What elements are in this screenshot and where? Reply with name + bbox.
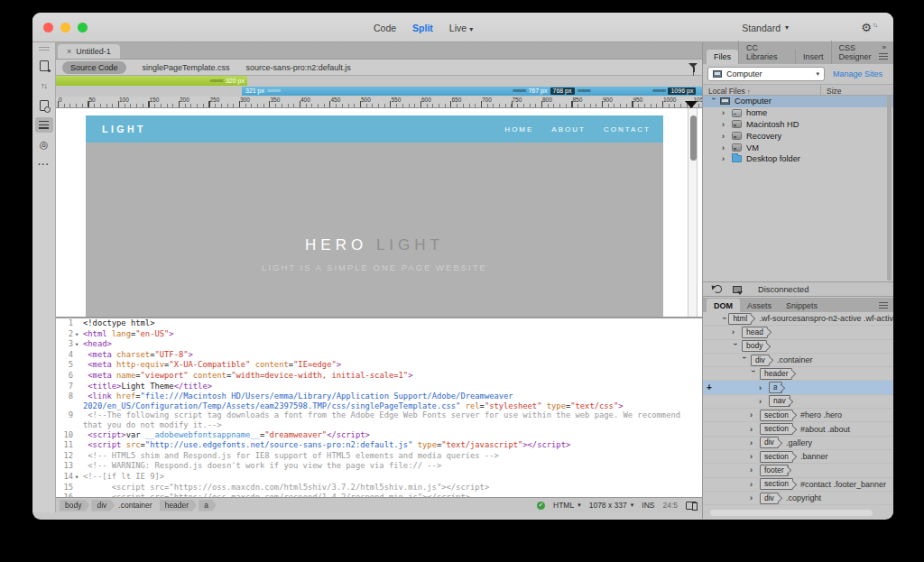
dom-tag-chip[interactable]: body <box>742 340 767 352</box>
expand-arrow-icon[interactable]: › <box>750 411 757 419</box>
close-tab-icon[interactable]: × <box>67 47 71 56</box>
lint-ok-icon[interactable]: ✓ <box>537 502 545 510</box>
collapse-arrow-icon[interactable]: › <box>750 370 757 377</box>
dom-tag-chip[interactable]: nav <box>769 395 790 407</box>
design-nav-contact[interactable]: CONTACT <box>604 125 651 134</box>
code-line[interactable]: 15 <script src="https://oss.maxcdn.com/h… <box>56 483 702 493</box>
site-select[interactable]: Computer ▾ <box>707 67 825 81</box>
dom-tag-chip[interactable]: a <box>769 382 782 393</box>
dom-tag-chip[interactable]: footer <box>760 465 789 476</box>
dom-tree-row-head[interactable]: ›head <box>703 326 893 339</box>
dom-tree-row-div[interactable]: ›div.copyright <box>703 492 893 505</box>
workspace-switcher[interactable]: Standard ▾ <box>742 13 789 42</box>
code-line[interactable]: 12 <!-- HTML5 shim and Respond.js for IE… <box>56 451 702 462</box>
fold-arrow-icon[interactable]: ▾ <box>73 340 80 350</box>
files-scrollbar[interactable] <box>887 96 892 281</box>
panel-tab-cc-libraries[interactable]: CC Libraries <box>738 41 795 64</box>
dom-tree-row-section[interactable]: ›section#hero .hero <box>703 409 893 422</box>
local-files-column-header[interactable]: Local Files ↑ <box>708 87 751 96</box>
media-query-blue-segment[interactable]: 321 px »»»»» ««««« 767 px 768 px »»»»» «… <box>242 87 702 97</box>
dom-tag-chip[interactable]: div <box>751 355 770 366</box>
dom-tag-chip[interactable]: div <box>760 493 779 504</box>
code-line[interactable]: 2▾<html lang="en-US"> <box>56 329 702 340</box>
dom-tree-row-div[interactable]: ›div.container <box>703 354 893 367</box>
file-tree-row-home[interactable]: ›home <box>703 107 893 119</box>
expand-arrow-icon[interactable]: › <box>750 453 757 460</box>
dom-tree-row-footer[interactable]: ›footer <box>703 464 893 477</box>
media-query-green-segment[interactable]: ««««« 320 px <box>56 76 247 86</box>
expand-arrow-icon[interactable]: › <box>722 133 729 140</box>
dom-tree-row-header[interactable]: ›header <box>703 367 893 381</box>
code-line[interactable]: 13 <!-- WARNING: Respond.js doesn't work… <box>56 461 702 472</box>
dom-tag-chip[interactable]: header <box>760 368 792 380</box>
file-tree-row-macintosh-hd[interactable]: ›Macintosh HD <box>703 119 893 131</box>
collapse-arrow-icon[interactable]: › <box>721 317 728 319</box>
format-source-button[interactable] <box>35 117 53 133</box>
refresh-icon[interactable] <box>714 285 722 293</box>
related-file-singlepagetemplate-css[interactable]: singlePageTemplate.css <box>143 63 230 72</box>
size-column-header[interactable]: Size <box>827 87 842 96</box>
code-line[interactable]: 4 <meta charset="UTF-8"> <box>56 350 702 361</box>
design-site-header[interactable]: LIGHT HOMEABOUTCONTACT <box>86 115 663 143</box>
file-tree-row-vm[interactable]: ›VM <box>703 142 893 153</box>
panel-tab-css-designer[interactable]: CSS Designer <box>831 41 893 64</box>
panel-tab-assets[interactable]: Assets <box>740 299 779 312</box>
expand-arrow-icon[interactable]: › <box>750 426 757 433</box>
collapse-arrow-icon[interactable]: › <box>741 356 748 364</box>
expand-arrow-icon[interactable]: › <box>750 494 757 502</box>
expand-arrow-icon[interactable]: › <box>750 466 757 474</box>
filter-funnel-icon[interactable] <box>688 62 698 72</box>
file-tree-row-computer[interactable]: ›Computer <box>703 96 893 107</box>
design-view[interactable]: LIGHT HOMEABOUTCONTACT HERO LIGHT LIGHT … <box>56 108 702 317</box>
toolbar-drag-handle[interactable] <box>39 47 50 51</box>
design-page[interactable]: LIGHT HOMEABOUTCONTACT HERO LIGHT LIGHT … <box>86 115 663 317</box>
dom-tree-row-section[interactable]: ›section#contact .footer_banner <box>703 478 893 492</box>
code-line[interactable]: 9 <!--The following script tag downloads… <box>56 410 702 429</box>
document-tab[interactable]: × Untitled-1 <box>58 44 120 59</box>
manage-sites-link[interactable]: Manage Sites <box>833 69 882 78</box>
panel-tab-snippets[interactable]: Snippets <box>779 299 825 312</box>
design-scrollbar-thumb[interactable] <box>690 115 697 161</box>
panel-menu-icon[interactable] <box>879 302 888 309</box>
dom-tree-row-section[interactable]: ›section#about .about <box>703 422 893 436</box>
expand-arrow-icon[interactable]: › <box>732 328 739 336</box>
code-line[interactable]: 10 <script>var __adobewebfontsappname__=… <box>56 430 702 441</box>
expand-arrow-icon[interactable]: › <box>722 155 729 162</box>
minimize-window-button[interactable] <box>60 23 70 32</box>
dom-tag-chip[interactable]: head <box>742 327 768 338</box>
code-line[interactable]: 6 <meta name="viewport" content="width=d… <box>56 371 702 382</box>
dom-tag-chip[interactable]: section <box>760 423 793 435</box>
expand-arrow-icon[interactable]: › <box>722 109 729 116</box>
dom-tree-row-body[interactable]: ›body <box>703 340 893 354</box>
dom-tag-chip[interactable]: section <box>760 410 793 421</box>
zoom-window-button[interactable] <box>78 23 88 32</box>
code-line[interactable]: 3▾<head> <box>56 339 702 350</box>
file-tree-row-recovery[interactable]: ›Recovery <box>703 130 893 142</box>
dom-tree-row-section[interactable]: ›section.banner <box>703 450 893 464</box>
view-mode-code[interactable]: Code <box>374 23 396 33</box>
code-line[interactable]: 5 <meta http-equiv="X-UA-Compatible" con… <box>56 360 702 371</box>
panel-tab-files[interactable]: Files <box>707 50 738 64</box>
toolbar-more-button[interactable]: ··· <box>35 157 53 172</box>
panel-tab-dom[interactable]: DOM <box>707 299 740 312</box>
panel-horizontal-scrollbar-thumb[interactable] <box>710 510 873 516</box>
code-line[interactable]: 7 <title>Light Theme</title> <box>56 382 702 392</box>
file-tree-row-desktop-folder[interactable]: ›Desktop folder <box>703 153 893 165</box>
expand-arrow-icon[interactable]: › <box>759 398 766 405</box>
design-brand[interactable]: LIGHT <box>102 124 146 134</box>
get-files-icon[interactable] <box>733 286 742 293</box>
file-management-button[interactable]: ↑↓ <box>35 78 53 93</box>
expand-arrow-icon[interactable]: › <box>722 144 729 152</box>
preview-devices-icon[interactable] <box>686 502 697 510</box>
live-view-options-button[interactable] <box>35 97 53 113</box>
fold-arrow-icon[interactable]: ▾ <box>73 330 80 340</box>
collapse-arrow-icon[interactable]: › <box>710 97 717 105</box>
tag-selector-container[interactable]: .container <box>118 501 152 510</box>
code-line[interactable]: 1 <!doctype html> <box>56 318 702 329</box>
column-divider[interactable] <box>820 85 821 95</box>
view-mode-live[interactable]: Live▾ <box>449 23 473 33</box>
panel-menu-icon[interactable] <box>879 53 888 60</box>
design-nav-about[interactable]: ABOUT <box>551 125 586 134</box>
code-line[interactable]: 8 <link href="file:///Macintosh HD/Users… <box>56 392 702 410</box>
code-line[interactable]: 14▾<!--[if lt IE 9]> <box>56 472 702 483</box>
